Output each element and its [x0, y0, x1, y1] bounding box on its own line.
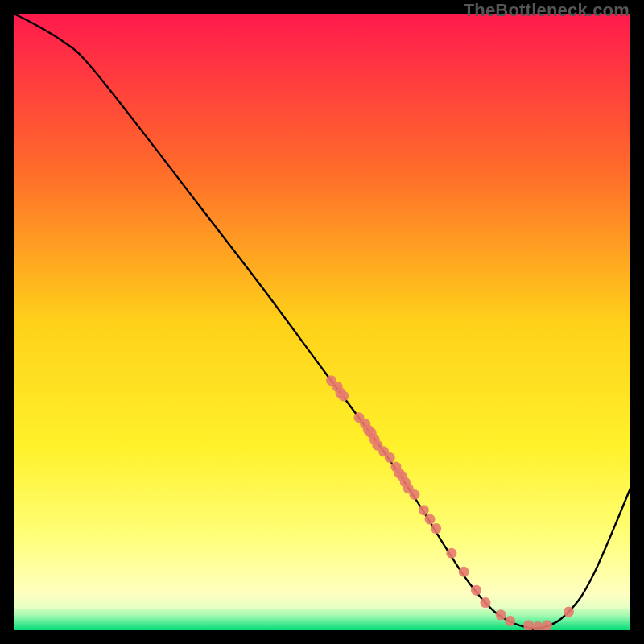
data-point — [496, 609, 506, 620]
data-point — [409, 489, 419, 500]
data-point — [431, 523, 441, 534]
data-point — [419, 505, 429, 515]
data-point — [523, 620, 534, 630]
data-point — [459, 567, 469, 577]
watermark-text: TheBottleneck.com — [464, 0, 630, 21]
data-point — [446, 548, 456, 559]
chart-container — [14, 14, 630, 630]
data-point — [425, 514, 436, 525]
data-point — [471, 585, 481, 596]
gradient-background — [14, 14, 630, 630]
data-point — [385, 452, 395, 463]
data-point — [542, 620, 552, 630]
data-point — [338, 390, 349, 401]
data-point — [505, 616, 515, 626]
bottleneck-chart — [14, 14, 630, 630]
data-point — [564, 607, 574, 617]
data-point — [480, 597, 490, 608]
